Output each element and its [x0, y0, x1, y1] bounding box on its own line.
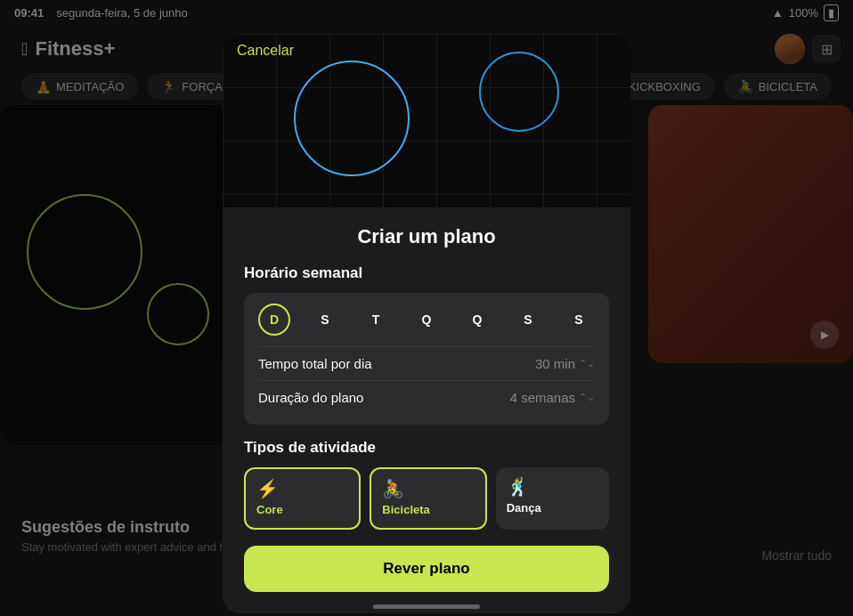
tempo-stepper-icon: ⌃⌄ [579, 358, 595, 369]
cancel-button[interactable]: Cancelar [237, 43, 294, 59]
day-sabado[interactable]: S [563, 304, 595, 336]
duracao-label: Duração do plano [258, 390, 363, 405]
core-label: Core [256, 503, 348, 516]
modal-header-image: Cancelar [223, 34, 630, 207]
duracao-stepper-icon: ⌃⌄ [579, 392, 595, 403]
activity-types-section: Tipos de atividade ⚡ Core 🚴 Bicicleta 🕺 … [244, 439, 609, 530]
day-terca[interactable]: T [360, 304, 392, 336]
days-row: D S T Q Q S S [258, 304, 595, 336]
activity-core[interactable]: ⚡ Core [244, 467, 361, 530]
home-indicator [373, 604, 480, 609]
modal-body: Criar um plano Horário semanal D S T Q [223, 207, 630, 613]
modal-circle-blue-large [294, 61, 410, 176]
day-segunda[interactable]: S [309, 304, 341, 336]
criar-plano-modal: Cancelar Criar um plano Horário semanal … [223, 34, 630, 613]
core-icon: ⚡ [256, 480, 348, 498]
activity-danca[interactable]: 🕺 Dança [496, 467, 609, 530]
day-sexta[interactable]: S [512, 304, 544, 336]
weekly-schedule: D S T Q Q S S [244, 293, 609, 425]
day-quarta1[interactable]: Q [410, 304, 443, 336]
tempo-label: Tempo total por dia [258, 356, 372, 371]
tempo-value: 30 min ⌃⌄ [535, 356, 595, 371]
danca-label: Dança [507, 501, 598, 515]
day-domingo[interactable]: D [258, 304, 290, 336]
review-plan-button[interactable]: Rever plano [244, 546, 609, 592]
activity-bicicleta[interactable]: 🚴 Bicicleta [370, 467, 486, 530]
dance-icon: 🕺 [507, 478, 598, 496]
activity-types-label: Tipos de atividade [244, 439, 609, 457]
duracao-value: 4 semanas ⌃⌄ [510, 390, 595, 405]
day-quinta[interactable]: Q [461, 304, 493, 336]
modal-circle-blue-medium [479, 52, 559, 132]
weekly-schedule-label: Horário semanal [244, 264, 609, 282]
modal-title: Criar um plano [244, 225, 609, 248]
tempo-row[interactable]: Tempo total por dia 30 min ⌃⌄ [258, 346, 595, 380]
bike-icon: 🚴 [382, 480, 474, 498]
duracao-row[interactable]: Duração do plano 4 semanas ⌃⌄ [258, 380, 595, 414]
modal-grid [223, 34, 630, 207]
bicicleta-activity-label: Bicicleta [382, 503, 474, 516]
activity-grid: ⚡ Core 🚴 Bicicleta 🕺 Dança [244, 467, 609, 530]
